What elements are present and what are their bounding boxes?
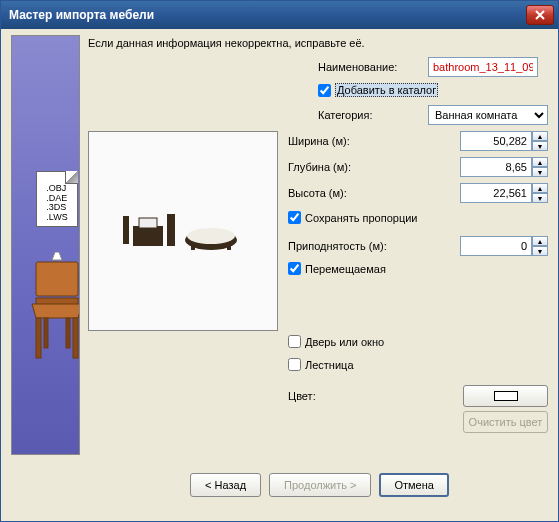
- elevation-up-button[interactable]: ▲: [532, 236, 548, 246]
- depth-input[interactable]: [460, 157, 532, 177]
- add-catalog-checkbox[interactable]: [318, 84, 331, 97]
- wizard-sidebar: .OBJ .DAE .3DS .LWS: [11, 35, 80, 455]
- width-input[interactable]: [460, 131, 532, 151]
- svg-rect-9: [133, 226, 163, 246]
- svg-rect-8: [123, 216, 129, 244]
- furniture-preview-icon: [113, 196, 253, 266]
- category-select[interactable]: Ванная комната: [428, 105, 548, 125]
- svg-rect-1: [36, 262, 78, 296]
- width-up-button[interactable]: ▲: [532, 131, 548, 141]
- titlebar: Мастер импорта мебели: [1, 1, 558, 29]
- button-bar: < Назад Продолжить > Отмена: [1, 459, 558, 497]
- door-label: Дверь или окно: [305, 336, 384, 348]
- clear-color-button: Очистить цвет: [463, 411, 548, 433]
- door-checkbox[interactable]: [288, 335, 301, 348]
- window-title: Мастер импорта мебели: [9, 8, 526, 22]
- svg-point-13: [187, 228, 235, 244]
- stair-checkbox[interactable]: [288, 358, 301, 371]
- chair-icon: [22, 252, 80, 372]
- depth-label: Глубина (м):: [288, 161, 398, 173]
- color-label: Цвет:: [288, 390, 398, 402]
- svg-rect-15: [227, 244, 231, 250]
- format-paper-icon: .OBJ .DAE .3DS .LWS: [36, 171, 78, 227]
- svg-rect-14: [191, 244, 195, 250]
- stair-label: Лестница: [305, 359, 354, 371]
- keep-prop-checkbox[interactable]: [288, 211, 301, 224]
- svg-marker-0: [52, 252, 62, 260]
- model-preview: [88, 131, 278, 331]
- keep-prop-label: Сохранять пропорции: [305, 212, 418, 224]
- name-label: Наименование:: [318, 61, 428, 73]
- dialog-window: Мастер импорта мебели .OBJ .DAE .3DS .LW…: [0, 0, 559, 522]
- height-label: Высота (м):: [288, 187, 398, 199]
- width-down-button[interactable]: ▼: [532, 141, 548, 151]
- height-up-button[interactable]: ▲: [532, 183, 548, 193]
- svg-rect-10: [139, 218, 157, 228]
- intro-text: Если данная информация некорректна, испр…: [88, 37, 548, 49]
- width-label: Ширина (м):: [288, 135, 398, 147]
- svg-rect-5: [73, 318, 78, 358]
- form-area: Если данная информация некорректна, испр…: [88, 35, 548, 459]
- category-label: Категория:: [318, 109, 428, 121]
- next-button: Продолжить >: [269, 473, 371, 497]
- close-icon: [535, 10, 545, 20]
- elevation-input[interactable]: [460, 236, 532, 256]
- svg-marker-3: [32, 304, 80, 318]
- add-catalog-label: Добавить в каталог: [335, 83, 438, 97]
- color-button[interactable]: [463, 385, 548, 407]
- close-button[interactable]: [526, 5, 554, 25]
- depth-up-button[interactable]: ▲: [532, 157, 548, 167]
- cancel-button[interactable]: Отмена: [379, 473, 448, 497]
- elevation-down-button[interactable]: ▼: [532, 246, 548, 256]
- format-list: .OBJ .DAE .3DS .LWS: [46, 184, 67, 222]
- svg-rect-6: [44, 318, 48, 348]
- color-swatch-icon: [494, 391, 518, 401]
- svg-rect-7: [66, 318, 70, 348]
- svg-rect-11: [167, 214, 175, 246]
- movable-checkbox[interactable]: [288, 262, 301, 275]
- name-input[interactable]: [428, 57, 538, 77]
- depth-down-button[interactable]: ▼: [532, 167, 548, 177]
- svg-rect-4: [36, 318, 41, 358]
- movable-label: Перемещаемая: [305, 263, 386, 275]
- height-input[interactable]: [460, 183, 532, 203]
- height-down-button[interactable]: ▼: [532, 193, 548, 203]
- elevation-label: Приподнятость (м):: [288, 240, 398, 252]
- back-button[interactable]: < Назад: [190, 473, 261, 497]
